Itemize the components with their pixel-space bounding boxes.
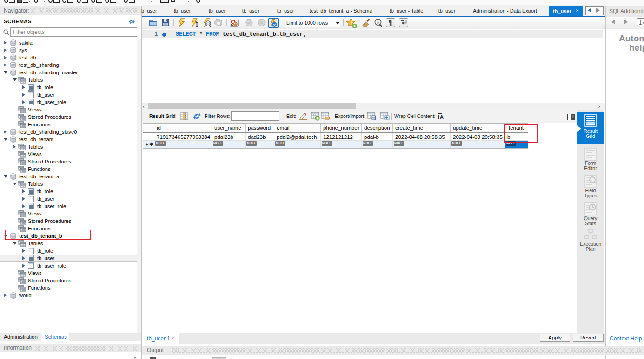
svg-text:A: A — [377, 20, 379, 25]
svg-text:A: A — [440, 114, 444, 120]
svg-text:I: I — [438, 114, 439, 120]
